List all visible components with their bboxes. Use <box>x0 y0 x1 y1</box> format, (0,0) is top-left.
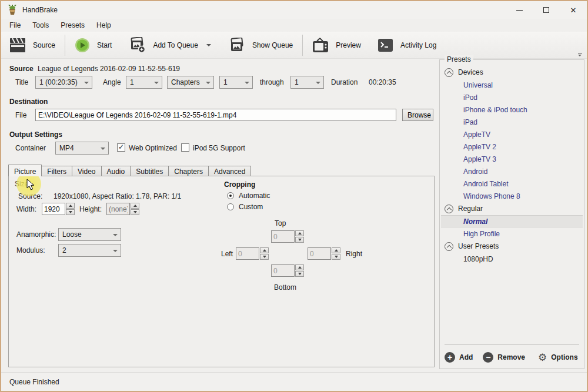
ipod-5g-label: iPod 5G Support <box>193 144 245 152</box>
crop-left-up-button[interactable] <box>260 247 269 253</box>
crop-top-up-button[interactable] <box>295 230 304 236</box>
preset-group-devices[interactable]: Devices <box>441 66 583 79</box>
preset-group-user-presets[interactable]: User Presets <box>441 240 583 253</box>
preset-item-ipod[interactable]: iPod <box>441 91 583 103</box>
destination-section-label: Destination <box>9 98 48 106</box>
height-spin-down-button[interactable] <box>131 209 139 215</box>
preset-item-1080phd[interactable]: 1080pHD <box>441 253 583 265</box>
destination-file-input[interactable] <box>35 109 396 121</box>
width-spin-down-button[interactable] <box>66 209 75 215</box>
width-spin-up-button[interactable] <box>66 203 75 209</box>
collapse-chevron-icon[interactable] <box>445 205 453 213</box>
tab-chapters[interactable]: Chapters <box>168 166 209 176</box>
anamorphic-dropdown[interactable]: Loose <box>58 228 121 241</box>
width-input[interactable] <box>42 203 65 215</box>
remove-preset-button[interactable]: − Remove <box>483 352 525 363</box>
show-queue-icon <box>228 38 245 53</box>
close-button[interactable]: ✕ <box>560 1 587 19</box>
preset-item-android[interactable]: Android <box>441 165 583 177</box>
activity-log-button[interactable]: Activity Log <box>369 33 445 57</box>
add-to-queue-dropdown-caret[interactable] <box>206 44 211 46</box>
preset-group-regular[interactable]: Regular <box>441 202 583 215</box>
preview-button[interactable]: Preview <box>304 33 369 57</box>
source-button[interactable]: Source <box>1 33 64 57</box>
crop-right-up-button[interactable] <box>332 247 340 253</box>
crop-bottom-down-button[interactable] <box>295 271 304 277</box>
menubar: File Tools Presets Help <box>1 19 587 32</box>
preset-item-universal[interactable]: Universal <box>441 79 583 91</box>
status-text: Queue Finished <box>9 378 59 386</box>
output-settings-section-label: Output Settings <box>9 130 62 139</box>
arrow-down-icon <box>298 239 302 241</box>
angle-label: Angle <box>103 78 121 86</box>
show-queue-button[interactable]: Show Queue <box>219 33 301 57</box>
chevron-down-icon <box>113 234 118 236</box>
menu-help[interactable]: Help <box>91 19 117 31</box>
maximize-button[interactable] <box>533 1 560 19</box>
crop-bottom-up-button[interactable] <box>295 264 304 270</box>
preset-item-android-tablet[interactable]: Android Tablet <box>441 177 583 190</box>
add-to-queue-button[interactable]: Add To Queue <box>120 33 219 57</box>
browse-button[interactable]: Browse <box>402 109 433 121</box>
crop-top-spinner <box>271 230 304 243</box>
container-dropdown[interactable]: MP4 <box>55 142 109 155</box>
preset-item-appletv[interactable]: AppleTV <box>441 128 583 140</box>
crop-top-down-button[interactable] <box>295 237 304 243</box>
gear-icon: ⚙ <box>538 353 547 363</box>
menu-tools[interactable]: Tools <box>26 19 55 31</box>
add-to-queue-label: Add To Queue <box>153 41 198 49</box>
minimize-button[interactable] <box>506 1 533 19</box>
arrow-up-icon <box>263 249 266 252</box>
menu-presets[interactable]: Presets <box>55 19 91 31</box>
tab-video[interactable]: Video <box>72 166 101 176</box>
range-end-dropdown[interactable]: 1 <box>290 76 324 89</box>
preset-item-appletv-3[interactable]: AppleTV 3 <box>441 153 583 165</box>
ipod-5g-checkbox[interactable] <box>181 143 189 152</box>
preset-item-high-profile[interactable]: High Profile <box>441 227 583 240</box>
angle-dropdown[interactable]: 1 <box>126 76 162 89</box>
preset-item-appletv-2[interactable]: AppleTV 2 <box>441 140 583 153</box>
cropping-custom-radio[interactable] <box>227 203 234 210</box>
tab-advanced[interactable]: Advanced <box>208 166 251 176</box>
height-spin-up-button[interactable] <box>131 203 139 209</box>
cropping-automatic-radio[interactable] <box>227 192 234 199</box>
tab-audio[interactable]: Audio <box>101 166 131 176</box>
crop-right-down-button[interactable] <box>332 254 340 260</box>
angle-dropdown-value: 1 <box>130 78 134 86</box>
preset-item-normal-selected[interactable]: Normal <box>441 215 583 227</box>
tab-subtitles[interactable]: Subtitles <box>130 166 169 176</box>
crop-top-input <box>271 230 295 243</box>
range-start-dropdown[interactable]: 1 <box>219 76 253 89</box>
crop-left-label: Left <box>221 250 233 258</box>
container-value: MP4 <box>59 144 74 152</box>
anamorphic-label: Anamorphic: <box>16 230 56 239</box>
preset-item-ipad[interactable]: iPad <box>441 116 583 128</box>
tab-filters[interactable]: Filters <box>41 166 72 176</box>
preset-item-windows-phone-8[interactable]: Windows Phone 8 <box>441 190 583 202</box>
activity-log-label: Activity Log <box>400 41 436 49</box>
collapse-chevron-icon[interactable] <box>445 68 453 77</box>
menu-file[interactable]: File <box>4 19 26 31</box>
height-spinner[interactable] <box>106 203 139 215</box>
toolbar-overflow-button[interactable] <box>576 51 583 59</box>
crop-left-down-button[interactable] <box>260 254 269 260</box>
range-type-dropdown[interactable]: Chapters <box>167 76 214 89</box>
chevron-down-icon <box>316 82 320 84</box>
collapse-chevron-icon[interactable] <box>445 242 453 251</box>
chevron-down-icon <box>84 82 89 84</box>
preset-item-iphone-ipod-touch[interactable]: iPhone & iPod touch <box>441 103 583 116</box>
minimize-icon <box>516 10 523 11</box>
crop-left-input <box>236 247 259 260</box>
container-label: Container <box>15 144 46 152</box>
add-preset-button[interactable]: + Add <box>445 352 473 363</box>
preset-options-button[interactable]: ⚙ Options <box>538 353 578 363</box>
start-button[interactable]: Start <box>66 33 120 57</box>
chevron-down-icon <box>245 82 249 84</box>
title-dropdown[interactable]: 1 (00:20:35) <box>35 76 92 89</box>
arrow-down-icon <box>133 211 137 213</box>
presets-legend: Presets <box>445 55 473 63</box>
web-optimized-checkbox[interactable] <box>117 143 125 152</box>
width-spinner[interactable] <box>42 203 75 215</box>
modulus-dropdown[interactable]: 2 <box>58 244 121 257</box>
tab-picture[interactable]: Picture <box>8 165 42 176</box>
